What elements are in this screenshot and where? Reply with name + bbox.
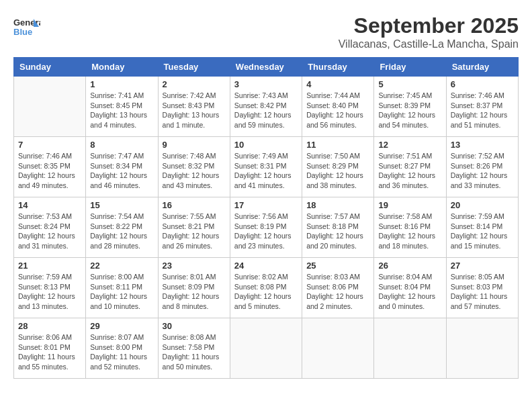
subtitle: Villacanas, Castille-La Mancha, Spain xyxy=(339,38,519,50)
day-info: Sunrise: 8:08 AM Sunset: 7:58 PM Dayligh… xyxy=(163,332,226,372)
calendar-cell: 2Sunrise: 7:42 AM Sunset: 8:43 PM Daylig… xyxy=(158,77,230,137)
calendar-cell xyxy=(446,318,518,379)
day-info: Sunrise: 7:59 AM Sunset: 8:14 PM Dayligh… xyxy=(451,212,514,251)
week-row-5: 28Sunrise: 8:06 AM Sunset: 8:01 PM Dayli… xyxy=(14,318,519,379)
day-number: 12 xyxy=(378,140,441,150)
calendar-cell xyxy=(14,77,86,137)
day-number: 28 xyxy=(18,321,81,331)
day-info: Sunrise: 7:42 AM Sunset: 8:43 PM Dayligh… xyxy=(163,91,226,130)
calendar-cell: 7Sunrise: 7:46 AM Sunset: 8:35 PM Daylig… xyxy=(14,137,86,197)
day-number: 26 xyxy=(378,261,441,271)
day-number: 18 xyxy=(306,200,369,210)
day-info: Sunrise: 8:02 AM Sunset: 8:08 PM Dayligh… xyxy=(234,272,298,312)
day-info: Sunrise: 7:50 AM Sunset: 8:29 PM Dayligh… xyxy=(306,151,369,191)
day-number: 14 xyxy=(18,200,81,210)
day-of-week-monday: Monday xyxy=(86,58,158,77)
week-row-2: 7Sunrise: 7:46 AM Sunset: 8:35 PM Daylig… xyxy=(14,137,519,197)
day-info: Sunrise: 7:41 AM Sunset: 8:45 PM Dayligh… xyxy=(90,91,153,130)
day-info: Sunrise: 7:44 AM Sunset: 8:40 PM Dayligh… xyxy=(306,91,369,130)
day-of-week-friday: Friday xyxy=(374,58,446,77)
day-info: Sunrise: 8:07 AM Sunset: 8:00 PM Dayligh… xyxy=(90,332,153,372)
day-info: Sunrise: 7:59 AM Sunset: 8:13 PM Dayligh… xyxy=(18,272,81,312)
day-info: Sunrise: 7:49 AM Sunset: 8:31 PM Dayligh… xyxy=(234,151,298,191)
title-block: September 2025 Villacanas, Castille-La M… xyxy=(339,13,519,50)
day-number: 24 xyxy=(234,261,298,271)
calendar-cell: 26Sunrise: 8:04 AM Sunset: 8:04 PM Dayli… xyxy=(374,258,446,318)
day-number: 13 xyxy=(451,140,514,150)
calendar-cell: 4Sunrise: 7:44 AM Sunset: 8:40 PM Daylig… xyxy=(302,77,374,137)
day-of-week-wednesday: Wednesday xyxy=(230,58,302,77)
day-number: 6 xyxy=(451,79,514,89)
calendar-cell: 3Sunrise: 7:43 AM Sunset: 8:42 PM Daylig… xyxy=(230,77,302,137)
day-number: 21 xyxy=(18,261,81,271)
day-info: Sunrise: 8:00 AM Sunset: 8:11 PM Dayligh… xyxy=(90,272,153,312)
calendar-cell: 28Sunrise: 8:06 AM Sunset: 8:01 PM Dayli… xyxy=(14,318,86,379)
day-info: Sunrise: 7:51 AM Sunset: 8:27 PM Dayligh… xyxy=(378,151,441,191)
day-info: Sunrise: 7:48 AM Sunset: 8:32 PM Dayligh… xyxy=(163,151,226,191)
calendar-cell: 11Sunrise: 7:50 AM Sunset: 8:29 PM Dayli… xyxy=(302,137,374,197)
logo: General Blue xyxy=(13,13,44,40)
day-number: 1 xyxy=(90,79,153,89)
day-number: 22 xyxy=(90,261,153,271)
day-number: 20 xyxy=(451,200,514,210)
day-number: 27 xyxy=(451,261,514,271)
month-title: September 2025 xyxy=(339,13,519,38)
day-info: Sunrise: 8:04 AM Sunset: 8:04 PM Dayligh… xyxy=(378,272,441,312)
calendar-cell: 9Sunrise: 7:48 AM Sunset: 8:32 PM Daylig… xyxy=(158,137,230,197)
calendar-cell: 16Sunrise: 7:55 AM Sunset: 8:21 PM Dayli… xyxy=(158,197,230,258)
day-info: Sunrise: 7:46 AM Sunset: 8:37 PM Dayligh… xyxy=(451,91,514,130)
page-header: General Blue September 2025 Villacanas, … xyxy=(13,13,519,50)
calendar-cell: 25Sunrise: 8:03 AM Sunset: 8:06 PM Dayli… xyxy=(302,258,374,318)
calendar-cell: 10Sunrise: 7:49 AM Sunset: 8:31 PM Dayli… xyxy=(230,137,302,197)
day-of-week-saturday: Saturday xyxy=(446,58,518,77)
day-number: 11 xyxy=(306,140,369,150)
calendar-cell: 13Sunrise: 7:52 AM Sunset: 8:26 PM Dayli… xyxy=(446,137,518,197)
day-number: 17 xyxy=(234,200,298,210)
day-info: Sunrise: 7:46 AM Sunset: 8:35 PM Dayligh… xyxy=(18,151,81,191)
day-info: Sunrise: 7:57 AM Sunset: 8:18 PM Dayligh… xyxy=(306,212,369,251)
logo-icon: General Blue xyxy=(13,13,40,40)
calendar-cell: 17Sunrise: 7:56 AM Sunset: 8:19 PM Dayli… xyxy=(230,197,302,258)
calendar-cell: 18Sunrise: 7:57 AM Sunset: 8:18 PM Dayli… xyxy=(302,197,374,258)
calendar-cell: 23Sunrise: 8:01 AM Sunset: 8:09 PM Dayli… xyxy=(158,258,230,318)
calendar-cell xyxy=(302,318,374,379)
day-number: 16 xyxy=(163,200,226,210)
calendar-cell: 8Sunrise: 7:47 AM Sunset: 8:34 PM Daylig… xyxy=(86,137,158,197)
day-header-row: SundayMondayTuesdayWednesdayThursdayFrid… xyxy=(14,58,519,77)
calendar-cell: 5Sunrise: 7:45 AM Sunset: 8:39 PM Daylig… xyxy=(374,77,446,137)
calendar-cell: 27Sunrise: 8:05 AM Sunset: 8:03 PM Dayli… xyxy=(446,258,518,318)
day-number: 3 xyxy=(234,79,298,89)
calendar-cell: 15Sunrise: 7:54 AM Sunset: 8:22 PM Dayli… xyxy=(86,197,158,258)
calendar-cell: 20Sunrise: 7:59 AM Sunset: 8:14 PM Dayli… xyxy=(446,197,518,258)
calendar-cell: 21Sunrise: 7:59 AM Sunset: 8:13 PM Dayli… xyxy=(14,258,86,318)
day-number: 23 xyxy=(163,261,226,271)
day-info: Sunrise: 8:05 AM Sunset: 8:03 PM Dayligh… xyxy=(451,272,514,312)
calendar-cell: 29Sunrise: 8:07 AM Sunset: 8:00 PM Dayli… xyxy=(86,318,158,379)
day-of-week-thursday: Thursday xyxy=(302,58,374,77)
week-row-4: 21Sunrise: 7:59 AM Sunset: 8:13 PM Dayli… xyxy=(14,258,519,318)
week-row-3: 14Sunrise: 7:53 AM Sunset: 8:24 PM Dayli… xyxy=(14,197,519,258)
day-of-week-sunday: Sunday xyxy=(14,58,86,77)
day-number: 5 xyxy=(378,79,441,89)
day-number: 29 xyxy=(90,321,153,331)
calendar-cell: 12Sunrise: 7:51 AM Sunset: 8:27 PM Dayli… xyxy=(374,137,446,197)
day-info: Sunrise: 7:45 AM Sunset: 8:39 PM Dayligh… xyxy=(378,91,441,130)
calendar-cell xyxy=(230,318,302,379)
svg-text:Blue: Blue xyxy=(13,27,32,37)
day-info: Sunrise: 7:55 AM Sunset: 8:21 PM Dayligh… xyxy=(163,212,226,251)
day-info: Sunrise: 7:47 AM Sunset: 8:34 PM Dayligh… xyxy=(90,151,153,191)
day-number: 4 xyxy=(306,79,369,89)
day-info: Sunrise: 7:53 AM Sunset: 8:24 PM Dayligh… xyxy=(18,212,81,251)
day-number: 10 xyxy=(234,140,298,150)
calendar-cell: 24Sunrise: 8:02 AM Sunset: 8:08 PM Dayli… xyxy=(230,258,302,318)
day-number: 8 xyxy=(90,140,153,150)
calendar-table: SundayMondayTuesdayWednesdayThursdayFrid… xyxy=(13,57,519,379)
calendar-cell: 19Sunrise: 7:58 AM Sunset: 8:16 PM Dayli… xyxy=(374,197,446,258)
week-row-1: 1Sunrise: 7:41 AM Sunset: 8:45 PM Daylig… xyxy=(14,77,519,137)
day-number: 30 xyxy=(163,321,226,331)
day-number: 19 xyxy=(378,200,441,210)
day-info: Sunrise: 8:01 AM Sunset: 8:09 PM Dayligh… xyxy=(163,272,226,312)
day-info: Sunrise: 7:56 AM Sunset: 8:19 PM Dayligh… xyxy=(234,212,298,251)
day-info: Sunrise: 7:52 AM Sunset: 8:26 PM Dayligh… xyxy=(451,151,514,191)
day-number: 15 xyxy=(90,200,153,210)
